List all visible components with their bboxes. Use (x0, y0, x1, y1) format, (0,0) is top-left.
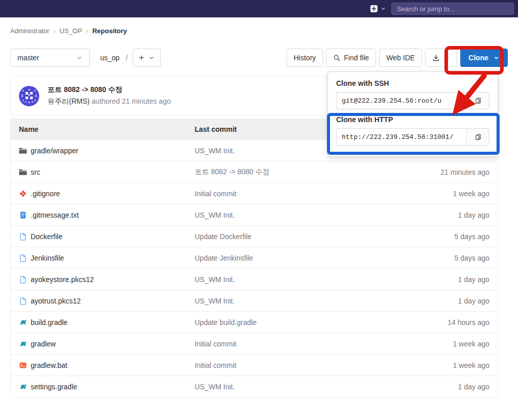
terminal-icon (19, 361, 27, 369)
branch-name: master (17, 54, 39, 62)
clone-http-group (336, 128, 489, 146)
find-file-button[interactable]: Find file (326, 49, 376, 67)
gradle-icon (19, 383, 27, 391)
repo-toolbar: master us_op / + History Find file Web I… (10, 49, 508, 67)
copy-http-url-button[interactable] (466, 128, 489, 146)
table-row[interactable]: ayotrust.pkcs12US_WM Init.1 day ago (11, 290, 498, 311)
new-menu-button[interactable] (370, 5, 386, 13)
commit-message-link[interactable]: Update Dockerfile (195, 232, 251, 241)
commit-title-link[interactable]: 포트 8082 -> 8080 수정 (48, 85, 171, 95)
chevron-down-icon (76, 55, 83, 61)
last-update-time: 1 week ago (389, 340, 498, 348)
clone-http-label: Clone with HTTP (336, 115, 489, 124)
commit-message-link[interactable]: US_WM Init. (195, 383, 235, 391)
file-icon (19, 232, 27, 241)
search-icon (333, 54, 340, 62)
last-update-time: 1 week ago (389, 190, 498, 198)
commit-message-link[interactable]: Update Jenkinsfile (195, 254, 253, 262)
table-row[interactable]: .gitignoreInitial commit1 week ago (11, 182, 498, 204)
git-icon (19, 190, 27, 198)
chevron-down-icon (443, 55, 450, 61)
copy-ssh-url-button[interactable] (466, 92, 489, 109)
file-name-link[interactable]: build.gradle (31, 318, 67, 326)
commit-authored-ago: authored 21 minutes ago (91, 97, 171, 105)
find-file-label: Find file (344, 54, 369, 62)
commit-message-link[interactable]: US_WM Init. (195, 211, 235, 219)
table-row[interactable]: gradlew.batInitial commit1 week ago (11, 354, 498, 376)
breadcrumb-repository: Repository (92, 27, 127, 35)
last-update-time: 5 days ago (389, 254, 498, 262)
clone-http-url-input[interactable] (336, 128, 466, 146)
gradle-icon (19, 318, 27, 326)
commit-message-link[interactable]: Initial commit (195, 361, 237, 369)
file-name-link[interactable]: gradlew.bat (31, 361, 67, 369)
folder-icon (19, 147, 27, 155)
top-navbar (0, 0, 518, 17)
clone-dropdown-panel: Clone with SSH Clone with HTTP (327, 72, 498, 157)
chevron-down-icon (493, 55, 500, 61)
file-name-link[interactable]: settings.gradle (31, 383, 77, 391)
table-row[interactable]: JenkinsfileUpdate Jenkinsfile5 days ago (11, 247, 498, 268)
copy-icon (474, 133, 482, 141)
table-row[interactable]: build.gradleUpdate build.gradle14 hours … (11, 311, 498, 333)
copy-icon (474, 97, 482, 105)
last-update-time: 1 day ago (389, 297, 498, 305)
last-update-time: 1 day ago (389, 211, 498, 219)
file-name-link[interactable]: gradlew (31, 340, 56, 348)
chevron-down-icon (148, 55, 155, 61)
file-tree-table: Name Last commit Last update gradle/wrap… (10, 119, 498, 398)
commit-message-link[interactable]: US_WM Init. (195, 297, 235, 305)
last-update-time: 1 week ago (389, 361, 498, 369)
last-update-time: 1 day ago (389, 383, 498, 391)
clone-button[interactable]: Clone (460, 49, 508, 67)
file-name-link[interactable]: gradle/wrapper (31, 147, 78, 155)
commit-message-link[interactable]: Update build.gradle (195, 318, 256, 326)
plus-icon: + (139, 53, 144, 62)
file-name-link[interactable]: ayokeystore.pkcs12 (31, 275, 94, 284)
breadcrumb-administrator[interactable]: Administrator (10, 27, 50, 35)
text-file-icon (19, 211, 27, 219)
clone-button-label: Clone (468, 54, 488, 62)
file-name-link[interactable]: Jenkinsfile (31, 254, 64, 262)
table-row[interactable]: src포트 8082 -> 8080 수정21 minutes ago (11, 161, 498, 182)
table-row[interactable]: DockerfileUpdate Dockerfile5 days ago (11, 225, 498, 247)
download-button[interactable] (425, 49, 457, 67)
file-name-link[interactable]: src (31, 168, 40, 176)
gradle-icon (19, 340, 27, 348)
breadcrumb-us-op[interactable]: US_OP (60, 27, 82, 35)
commit-message-link[interactable]: 포트 8082 -> 8080 수정 (195, 168, 270, 176)
branch-selector[interactable]: master (10, 49, 90, 67)
commit-meta: 유주리(RMS) authored 21 minutes ago (48, 97, 171, 106)
download-icon (432, 54, 440, 62)
last-update-time: 1 day ago (389, 275, 498, 284)
search-input[interactable] (391, 3, 514, 15)
history-button[interactable]: History (287, 49, 323, 67)
breadcrumb-separator: › (54, 28, 56, 35)
add-file-dropdown-button[interactable]: + (133, 49, 161, 67)
file-icon (19, 297, 27, 305)
commit-message-link[interactable]: Initial commit (195, 340, 237, 348)
table-row[interactable]: gradlewInitial commit1 week ago (11, 333, 498, 354)
commit-author-link[interactable]: 유주리(RMS) (48, 97, 89, 105)
table-row[interactable]: ayokeystore.pkcs12US_WM Init.1 day ago (11, 268, 498, 290)
commit-message-link[interactable]: Initial commit (195, 190, 237, 198)
table-row[interactable]: settings.gradleUS_WM Init.1 day ago (11, 376, 498, 397)
breadcrumb: Administrator › US_OP › Repository (0, 17, 518, 35)
folder-icon (19, 168, 27, 176)
file-name-link[interactable]: .gitignore (31, 190, 60, 198)
commit-message-link[interactable]: US_WM Init. (195, 275, 235, 284)
commit-message-link[interactable]: US_WM Init. (195, 147, 235, 155)
gitlab-repository-page: Administrator › US_OP › Repository maste… (0, 0, 518, 420)
file-icon (19, 275, 27, 284)
clone-ssh-group (336, 92, 489, 109)
file-name-link[interactable]: ayotrust.pkcs12 (31, 297, 81, 305)
avatar[interactable] (19, 86, 39, 106)
table-row[interactable]: .gitmessage.txtUS_WM Init.1 day ago (11, 204, 498, 225)
file-name-link[interactable]: .gitmessage.txt (31, 211, 79, 219)
clone-ssh-label: Clone with SSH (336, 79, 489, 87)
column-header-name[interactable]: Name (11, 125, 195, 133)
file-name-link[interactable]: Dockerfile (31, 232, 62, 241)
web-ide-button[interactable]: Web IDE (379, 49, 422, 67)
project-path[interactable]: us_op (100, 54, 120, 62)
clone-ssh-url-input[interactable] (336, 92, 466, 109)
